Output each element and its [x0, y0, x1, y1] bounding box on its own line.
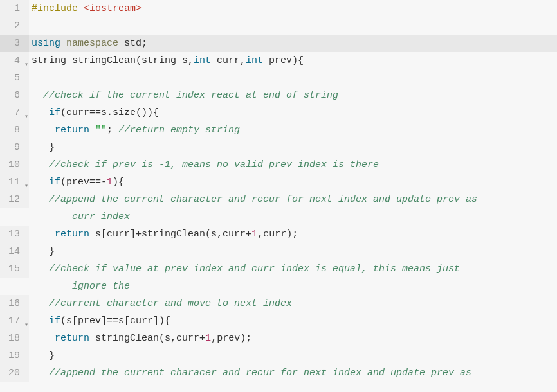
token: //check if the current index react at en…	[43, 90, 338, 101]
code-content[interactable]: curr index	[29, 208, 557, 226]
token: stringClean	[142, 229, 205, 240]
line-number: 8	[0, 121, 29, 139]
code-content[interactable]: return ""; //return empty string	[29, 121, 557, 139]
code-line: 17▾ if(s[prev]==s[curr]){	[0, 312, 557, 330]
token: ignore the	[72, 281, 130, 292]
line-number: 10	[0, 156, 29, 174]
token	[118, 38, 124, 49]
code-content[interactable]: //check if prev is -1, means no valid pr…	[29, 156, 557, 174]
token	[89, 125, 95, 136]
code-content[interactable]: #include <iostream>	[29, 0, 557, 17]
token: //current character and move to next ind…	[49, 298, 292, 309]
token: curr,	[211, 55, 246, 66]
token: +	[136, 229, 142, 240]
line-number: 3	[0, 35, 29, 52]
code-line: 20 //append the current characer and rec…	[0, 364, 557, 382]
line-number: 5	[0, 69, 29, 87]
code-line: 7▾ if(curr==s.size()){	[0, 104, 557, 121]
token: (curr	[60, 107, 89, 118]
code-content[interactable]: //append the current characer and recur …	[29, 364, 557, 382]
code-line: 3using namespace std;	[0, 35, 557, 52]
token: (prev	[60, 177, 89, 188]
code-content[interactable]: //current character and move to next ind…	[29, 295, 557, 312]
token: prev){	[263, 55, 304, 66]
line-number: 6	[0, 87, 29, 104]
token: 1	[251, 229, 257, 240]
token: return	[55, 229, 89, 240]
token: ;	[107, 125, 118, 136]
token: namespace	[66, 38, 118, 49]
code-line: 15 //check if value at prev index and cu…	[0, 260, 557, 278]
token: ==	[89, 107, 101, 118]
token: string	[32, 55, 72, 66]
token: ""	[95, 125, 107, 136]
code-line: 12 //append the current character and re…	[0, 191, 557, 208]
token: #include	[32, 3, 84, 14]
line-number: 15	[0, 260, 29, 278]
token: std	[124, 38, 142, 49]
token: }	[32, 246, 55, 257]
line-number: 7▾	[0, 104, 29, 121]
code-content[interactable]: //append the current character and recur…	[29, 191, 557, 208]
code-line: 18 return stringClean(s,curr+1,prev);	[0, 330, 557, 347]
code-line: 13 return s[curr]+stringClean(s,curr+1,c…	[0, 226, 557, 243]
token: if	[49, 177, 60, 188]
code-line: 9 }	[0, 139, 557, 156]
line-number: 4▾	[0, 52, 29, 69]
token: return	[55, 125, 89, 136]
code-content[interactable]: }	[29, 139, 557, 156]
token: s[curr]	[89, 229, 136, 240]
code-content[interactable]: if(curr==s.size()){	[29, 104, 557, 121]
token: ){	[113, 177, 124, 188]
line-number: 9	[0, 139, 29, 156]
token: (string s,	[136, 55, 194, 66]
token	[32, 298, 49, 309]
token: }	[32, 350, 55, 361]
token: s[curr]){	[118, 316, 170, 326]
line-number: 20	[0, 364, 29, 382]
token: //append the current characer and recur …	[49, 368, 471, 379]
code-content[interactable]: }	[29, 347, 557, 364]
code-line-wrap: ignore the	[0, 278, 557, 295]
code-content[interactable]: using namespace std;	[29, 35, 557, 52]
token	[32, 316, 49, 326]
line-number: 19	[0, 347, 29, 364]
code-line: 19 }	[0, 347, 557, 364]
token: (s,curr	[159, 333, 199, 344]
line-number: 17▾	[0, 312, 29, 330]
token: //return empty string	[118, 125, 240, 136]
token: using	[32, 38, 60, 49]
token: 1	[205, 333, 211, 344]
line-number: 13	[0, 226, 29, 243]
token	[32, 194, 49, 205]
token	[89, 333, 95, 344]
code-content[interactable]: return stringClean(s,curr+1,prev);	[29, 330, 557, 347]
token: +	[246, 229, 251, 240]
code-line-wrap: curr index	[0, 208, 557, 226]
token: 1	[107, 177, 113, 188]
token: }	[32, 142, 55, 153]
token	[32, 107, 49, 118]
line-number: 1	[0, 0, 29, 17]
code-content[interactable]: }	[29, 243, 557, 260]
token: if	[49, 316, 60, 326]
code-content[interactable]: if(s[prev]==s[curr]){	[29, 312, 557, 330]
token: //check if prev is -1, means no valid pr…	[49, 159, 379, 170]
token	[32, 263, 49, 274]
code-line: 11▾ if(prev==-1){	[0, 174, 557, 191]
code-line: 4▾string stringClean(string s,int curr,i…	[0, 52, 557, 69]
code-content[interactable]: return s[curr]+stringClean(s,curr+1,curr…	[29, 226, 557, 243]
token: ==	[107, 316, 118, 326]
code-editor: 1#include <iostream>23using namespace st…	[0, 0, 557, 382]
token: <iostream>	[84, 3, 142, 14]
code-content[interactable]: ignore the	[29, 278, 557, 295]
token	[32, 368, 49, 379]
code-content[interactable]: string stringClean(string s,int curr,int…	[29, 52, 557, 69]
code-content[interactable]: if(prev==-1){	[29, 174, 557, 191]
code-content[interactable]: //check if the current index react at en…	[29, 87, 557, 104]
code-line: 8 return ""; //return empty string	[0, 121, 557, 139]
token: curr index	[72, 211, 130, 222]
code-content[interactable]: //check if value at prev index and curr …	[29, 260, 557, 278]
line-number: 11▾	[0, 174, 29, 191]
token: ,prev);	[211, 333, 251, 344]
